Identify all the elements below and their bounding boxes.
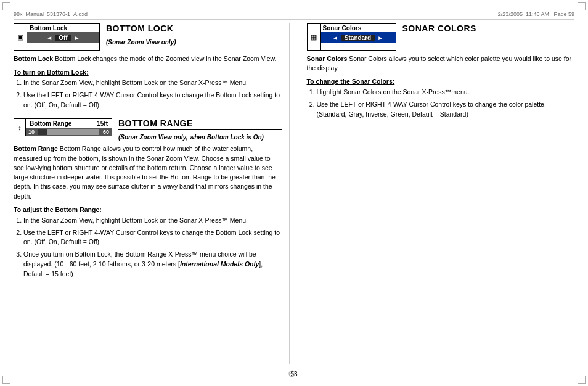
bottom-range-section-title: BOTTOM RANGE [118, 118, 282, 130]
right-column: ▦ Sonar Colors ◄ Standard ► [304, 23, 575, 364]
bottom-range-subtitle: (Sonar Zoom View only, when Bottom Lock … [118, 134, 282, 141]
header-filename: 98x_Manual_531376-1_A.qxd [14, 11, 88, 17]
bottom-lock-steps-list: In the Sonar Zoom View, highlight Bottom… [23, 78, 282, 110]
sonar-colors-icon: ▦ [311, 33, 317, 41]
sonar-colors-icon-box: ▦ [307, 23, 321, 51]
bottom-range-icon-box: ↕ [14, 118, 26, 136]
list-item: In the Sonar Zoom View, highlight Bottom… [23, 78, 282, 88]
header-meta: 98x_Manual_531376-1_A.qxd 2/23/2005 11:4… [14, 11, 574, 20]
bottom-lock-value: Off [55, 35, 71, 41]
list-item: Use the LEFT or RIGHT 4-WAY Cursor Contr… [317, 100, 575, 120]
bottom-lock-right-arrow[interactable]: ► [74, 35, 80, 41]
bottom-range-icon: ↕ [18, 124, 22, 131]
list-item: Use the LEFT or RIGHT 4-WAY Cursor Contr… [23, 91, 282, 110]
sonar-colors-intro: Sonar Colors Sonar Colors allows you to … [307, 54, 575, 73]
sonar-colors-widget-label: Sonar Colors [321, 24, 396, 32]
sonar-colors-section-title: SONAR COLORS [402, 23, 575, 35]
sonar-colors-right-arrow[interactable]: ► [377, 35, 383, 41]
bottom-range-steps-list: In the Sonar Zoom View, highlight Bottom… [23, 216, 282, 279]
left-column: ▣ Bottom Lock ◄ Off ► [14, 23, 290, 364]
sonar-colors-steps-heading: To change the Sonar Colors: [307, 78, 575, 85]
bottom-range-fill [38, 129, 47, 135]
bottom-lock-subtitle: (Sonar Zoom View only) [106, 39, 282, 46]
bottom-lock-icon-box: ▣ [14, 23, 27, 51]
bottom-range-top-row: Bottom Range 15ft [26, 119, 112, 128]
sonar-colors-left-arrow[interactable]: ◄ [332, 35, 338, 41]
bottom-lock-widget-label: Bottom Lock [27, 24, 99, 32]
crosshair-decoration [288, 368, 300, 380]
sonar-colors-value: Standard [341, 35, 375, 41]
bottom-lock-steps-heading: To turn on Bottom Lock: [14, 68, 282, 76]
bottom-lock-control[interactable]: ◄ Off ► [27, 32, 99, 43]
bottom-range-track [38, 129, 99, 135]
bottom-lock-intro: Bottom Lock Bottom Lock changes the mode… [14, 54, 282, 64]
sonar-colors-steps-list: Highlight Sonar Colors on the Sonar X-Pr… [317, 88, 575, 119]
list-item: Once you turn on Bottom Lock, the Bottom… [23, 250, 282, 279]
bottom-range-intro: Bottom Range Bottom Range allows you to … [14, 144, 282, 200]
list-item: In the Sonar Zoom View, highlight Bottom… [23, 216, 282, 226]
bottom-lock-left-arrow[interactable]: ◄ [46, 35, 52, 41]
bottom-range-control[interactable]: 10 60 [26, 128, 112, 136]
list-item: Use the LEFT or RIGHT 4-WAY Cursor Contr… [23, 228, 282, 248]
bottom-lock-icon: ▣ [17, 33, 23, 41]
sonar-colors-control[interactable]: ◄ Standard ► [321, 32, 396, 43]
bottom-range-steps-heading: To adjust the Bottom Range: [14, 206, 282, 213]
bottom-lock-section-title: BOTTOM LOCK [106, 23, 282, 35]
list-item: Highlight Sonar Colors on the Sonar X-Pr… [317, 88, 575, 97]
header-datetime: 2/23/2005 11:40 AM Page 59 [498, 11, 574, 17]
